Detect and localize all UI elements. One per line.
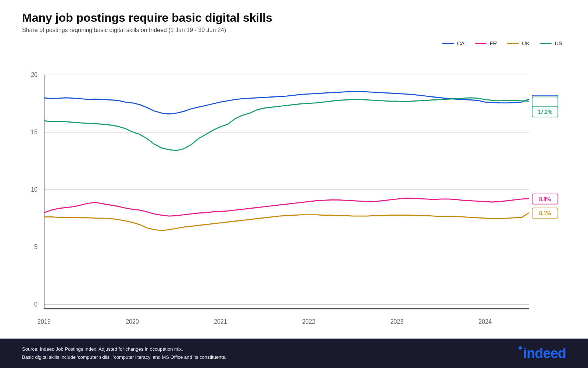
svg-text:20: 20 [31,71,37,78]
chart-area: 0 5 10 15 20 2019 2020 2021 2022 2023 20… [22,49,566,339]
indeed-logo-text: indeed [519,346,566,361]
svg-text:5: 5 [34,243,37,251]
svg-text:10: 10 [31,185,37,193]
svg-text:0: 0 [34,300,37,308]
legend-line-us [540,43,552,44]
chart-legend: CA FR UK US [22,40,566,46]
chart-title: Many job postings require basic digital … [22,11,566,25]
svg-text:2021: 2021 [214,317,227,325]
legend-label-fr: FR [490,40,497,46]
end-label-uk: 8.1% [539,210,551,216]
line-fr [44,198,529,216]
indeed-logo: indeed [519,346,566,361]
legend-line-ca [442,43,454,44]
legend-item-fr: FR [475,40,497,46]
legend-label-us: US [555,40,562,46]
line-ca [44,91,529,114]
legend-label-uk: UK [522,40,530,46]
svg-text:2024: 2024 [478,317,492,325]
legend-item-uk: UK [507,40,530,46]
legend-item-ca: CA [442,40,465,46]
legend-label-ca: CA [457,40,465,46]
chart-svg: 0 5 10 15 20 2019 2020 2021 2022 2023 20… [22,49,566,339]
svg-text:2022: 2022 [302,317,315,325]
svg-rect-19 [532,97,558,107]
svg-text:15: 15 [31,128,37,136]
footer-source: Source: Indeed Job Postings Index. Adjus… [22,345,226,361]
footer: Source: Indeed Job Postings Index. Adjus… [0,339,588,368]
legend-item-us: US [540,40,562,46]
svg-text:2023: 2023 [390,317,404,325]
footer-line1: Source: Indeed Job Postings Index. Adjus… [22,345,226,353]
end-label-us: 17.2% [538,109,552,115]
chart-subtitle: Share of postings requiring basic digita… [22,27,566,33]
end-label-fr: 8.8% [539,196,551,202]
svg-text:2019: 2019 [37,317,51,325]
line-us [44,98,529,151]
legend-line-uk [507,43,519,44]
footer-line2: Basic digital skills include 'computer s… [22,353,226,361]
svg-text:2020: 2020 [126,317,139,325]
line-uk [44,213,529,231]
main-container: Many job postings require basic digital … [0,0,588,368]
legend-line-fr [475,43,487,44]
